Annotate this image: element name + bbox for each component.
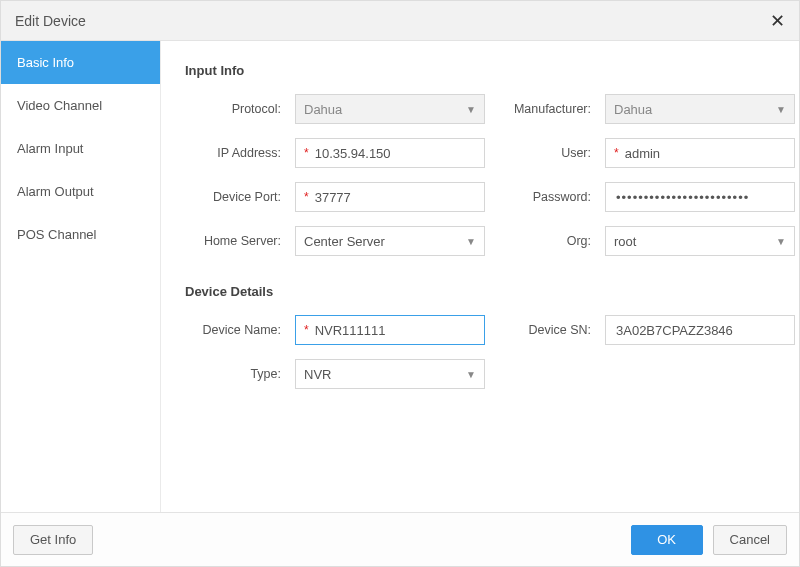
chevron-down-icon: ▼: [466, 369, 476, 380]
device-sn-input[interactable]: [605, 315, 795, 345]
type-value: NVR: [304, 367, 331, 382]
sidebar-item-label: Basic Info: [17, 55, 74, 70]
section-title-device-details: Device Details: [185, 284, 775, 299]
edit-device-dialog: Edit Device ✕ Basic Info Video Channel A…: [0, 0, 800, 567]
ip-input[interactable]: *: [295, 138, 485, 168]
device-sn-field[interactable]: [614, 322, 786, 339]
sidebar-item-video-channel[interactable]: Video Channel: [1, 84, 160, 127]
manufacturer-value: Dahua: [614, 102, 652, 117]
device-sn-label: Device SN:: [495, 323, 595, 337]
required-icon: *: [304, 146, 309, 160]
ip-label: IP Address:: [185, 146, 285, 160]
sidebar-item-pos-channel[interactable]: POS Channel: [1, 213, 160, 256]
home-server-label: Home Server:: [185, 234, 285, 248]
type-select[interactable]: NVR ▼: [295, 359, 485, 389]
required-icon: *: [614, 146, 619, 160]
close-icon[interactable]: ✕: [770, 12, 785, 30]
chevron-down-icon: ▼: [776, 104, 786, 115]
home-server-select[interactable]: Center Server ▼: [295, 226, 485, 256]
device-name-input[interactable]: *: [295, 315, 485, 345]
org-value: root: [614, 234, 636, 249]
type-label: Type:: [185, 367, 285, 381]
port-input[interactable]: *: [295, 182, 485, 212]
user-input[interactable]: *: [605, 138, 795, 168]
org-label: Org:: [495, 234, 595, 248]
cancel-label: Cancel: [730, 532, 770, 547]
protocol-select[interactable]: Dahua ▼: [295, 94, 485, 124]
password-field[interactable]: [614, 189, 786, 206]
ok-button[interactable]: OK: [631, 525, 703, 555]
device-details-form: Device Name: * Device SN: Type: NVR ▼: [185, 315, 775, 389]
password-label: Password:: [495, 190, 595, 204]
required-icon: *: [304, 190, 309, 204]
ip-field[interactable]: [313, 145, 476, 162]
input-info-form: Protocol: Dahua ▼ Manufacturer: Dahua ▼ …: [185, 94, 775, 256]
sidebar-item-label: Video Channel: [17, 98, 102, 113]
sidebar: Basic Info Video Channel Alarm Input Ala…: [1, 41, 161, 512]
device-name-label: Device Name:: [185, 323, 285, 337]
sidebar-item-label: Alarm Output: [17, 184, 94, 199]
protocol-label: Protocol:: [185, 102, 285, 116]
titlebar: Edit Device ✕: [1, 1, 799, 41]
dialog-body: Basic Info Video Channel Alarm Input Ala…: [1, 41, 799, 512]
sidebar-item-alarm-output[interactable]: Alarm Output: [1, 170, 160, 213]
ok-label: OK: [657, 532, 676, 547]
user-field[interactable]: [623, 145, 786, 162]
sidebar-item-label: Alarm Input: [17, 141, 83, 156]
get-info-button[interactable]: Get Info: [13, 525, 93, 555]
password-input[interactable]: [605, 182, 795, 212]
required-icon: *: [304, 323, 309, 337]
chevron-down-icon: ▼: [466, 104, 476, 115]
home-server-value: Center Server: [304, 234, 385, 249]
sidebar-item-basic-info[interactable]: Basic Info: [1, 41, 160, 84]
dialog-title: Edit Device: [15, 13, 86, 29]
sidebar-item-label: POS Channel: [17, 227, 97, 242]
chevron-down-icon: ▼: [466, 236, 476, 247]
footer-right: OK Cancel: [631, 525, 787, 555]
protocol-value: Dahua: [304, 102, 342, 117]
port-field[interactable]: [313, 189, 476, 206]
chevron-down-icon: ▼: [776, 236, 786, 247]
manufacturer-select[interactable]: Dahua ▼: [605, 94, 795, 124]
user-label: User:: [495, 146, 595, 160]
content: Input Info Protocol: Dahua ▼ Manufacture…: [161, 41, 799, 512]
cancel-button[interactable]: Cancel: [713, 525, 787, 555]
get-info-label: Get Info: [30, 532, 76, 547]
device-name-field[interactable]: [313, 322, 476, 339]
section-title-input-info: Input Info: [185, 63, 775, 78]
sidebar-item-alarm-input[interactable]: Alarm Input: [1, 127, 160, 170]
manufacturer-label: Manufacturer:: [495, 102, 595, 116]
port-label: Device Port:: [185, 190, 285, 204]
footer: Get Info OK Cancel: [1, 512, 799, 566]
org-select[interactable]: root ▼: [605, 226, 795, 256]
